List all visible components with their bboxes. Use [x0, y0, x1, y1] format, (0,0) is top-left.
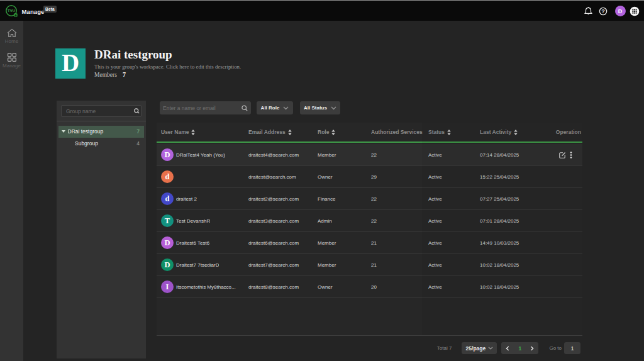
chevron-down-icon	[488, 347, 493, 350]
column-label: Status	[428, 129, 445, 135]
search-icon[interactable]	[242, 105, 248, 111]
next-page-button[interactable]	[526, 346, 539, 351]
role-select[interactable]: All Role	[257, 101, 293, 114]
current-page[interactable]: 1	[514, 345, 526, 352]
user-cell: d	[157, 170, 248, 183]
group-name: DRai testgroup	[68, 128, 137, 135]
table-body: DDRaiTest4 Yeah (You)draitest4@search.co…	[157, 144, 582, 298]
user-avatar: d	[161, 170, 174, 183]
edit-icon[interactable]	[558, 151, 566, 158]
caret-down-icon[interactable]	[62, 130, 65, 133]
user-cell: IItscometothis My8thacco...	[157, 280, 248, 293]
group-tree-item[interactable]: Subgroup 4	[58, 138, 144, 150]
user-name: draitest 2	[176, 196, 197, 202]
page-size-select[interactable]: 25/page	[462, 342, 497, 354]
column-header-operation: Operation	[553, 129, 582, 135]
panel-divider	[57, 121, 146, 121]
services-cell: 29	[371, 174, 428, 180]
search-icon[interactable]	[134, 108, 140, 114]
member-search-input[interactable]	[160, 105, 242, 111]
column-header-user-name[interactable]: User Name	[157, 129, 248, 135]
sort-icon[interactable]	[514, 130, 518, 135]
operation-cell	[553, 151, 582, 158]
logo-text: TVU	[8, 9, 15, 13]
members-count: 7	[123, 71, 126, 78]
chevron-down-icon	[331, 106, 336, 110]
services-cell: 22	[371, 196, 428, 202]
group-panel: DRai testgroup 7 Subgroup 4	[57, 101, 146, 358]
rail-item-home[interactable]: Home	[0, 28, 23, 44]
left-rail: Home Manage	[0, 21, 23, 361]
group-avatar-letter: D	[62, 48, 79, 77]
status-select[interactable]: All Status	[300, 101, 340, 114]
last-activity-cell: 10:02 18/04/2025	[479, 262, 553, 268]
user-avatar: D	[161, 236, 174, 249]
table-row[interactable]: DDRaiTest4 Yeah (You)draitest4@search.co…	[157, 144, 582, 166]
sort-icon[interactable]	[288, 130, 292, 135]
members-table: User NameEmail AddressRoleAuthorized Ser…	[157, 123, 582, 336]
group-name: Subgroup	[75, 140, 136, 147]
sort-icon[interactable]	[447, 130, 451, 135]
status-cell: Active	[428, 284, 479, 290]
email-cell: draitest@search.com	[248, 174, 318, 180]
tvu-logo-icon[interactable]: TVU	[5, 4, 18, 18]
role-cell: Member	[318, 262, 371, 268]
user-avatar: D	[161, 148, 174, 161]
status-cell: Active	[428, 196, 479, 202]
sort-icon[interactable]	[191, 130, 195, 135]
last-activity-cell: 07:01 28/04/2025	[479, 218, 553, 224]
members-label: Members	[94, 72, 117, 78]
status-cell: Active	[428, 262, 479, 268]
services-cell: 22	[371, 152, 428, 158]
table-row[interactable]: ddraitest@search.comOwner29Active15:22 2…	[157, 166, 582, 188]
column-label: Authorized Services	[371, 129, 423, 135]
user-cell: ddraitest 2	[157, 192, 248, 205]
apps-icon-graphic	[630, 6, 640, 16]
goto-page-input[interactable]: 1	[564, 342, 580, 354]
column-header-last-activity[interactable]: Last Activity	[479, 129, 553, 135]
pager: 1	[501, 342, 538, 354]
user-avatar[interactable]: D	[614, 1, 626, 21]
table-row[interactable]: DDraitest7 7tsediarDdraitest7@search.com…	[157, 254, 582, 276]
table-row[interactable]: DDraitest6 Test6draitest6@search.comMemb…	[157, 232, 582, 254]
apps-icon[interactable]	[629, 1, 640, 21]
group-search-input[interactable]	[62, 108, 134, 114]
email-cell: draitest8@search.com	[248, 284, 318, 290]
user-name: DRaiTest4 Yeah (You)	[176, 152, 225, 158]
rail-item-manage[interactable]: Manage	[0, 52, 23, 69]
user-name: Draitest6 Test6	[176, 240, 209, 246]
column-label: Email Address	[248, 129, 286, 135]
user-name: Test DevanshR	[176, 218, 210, 224]
group-avatar: D	[55, 48, 86, 79]
role-cell: Member	[318, 152, 371, 158]
column-header-email-address[interactable]: Email Address	[248, 129, 318, 135]
tvu-logo-graphic: TVU	[5, 4, 18, 18]
table-row[interactable]: IItscometothis My8thacco...draitest8@sea…	[157, 276, 582, 298]
user-avatar-letter: D	[615, 6, 626, 16]
user-cell: TTest DevanshR	[157, 214, 248, 227]
prev-page-button[interactable]	[502, 346, 514, 351]
user-cell: DDRaiTest4 Yeah (You)	[157, 148, 248, 161]
bell-icon[interactable]	[582, 1, 594, 21]
role-cell: Admin	[318, 218, 371, 224]
group-search-box	[61, 105, 142, 117]
group-title: DRai testgroup	[94, 48, 172, 60]
column-header-status[interactable]: Status	[428, 129, 479, 135]
services-cell: 21	[371, 240, 428, 246]
role-select-value: All Role	[261, 105, 280, 111]
group-description[interactable]: This is your group's workspace. Click he…	[94, 64, 241, 70]
last-activity-cell: 07:27 25/04/2025	[479, 196, 553, 202]
more-icon[interactable]	[570, 152, 572, 158]
table-row[interactable]: TTest DevanshRdraitest3@search.comAdmin2…	[157, 210, 582, 232]
sort-icon[interactable]	[331, 130, 335, 135]
svg-text:?: ?	[601, 8, 605, 14]
user-name: Itscometothis My8thacco...	[176, 284, 236, 290]
group-tree-item-selected[interactable]: DRai testgroup 7	[58, 126, 144, 138]
email-cell: draitest2@search.com	[248, 196, 318, 202]
rail-home-label: Home	[0, 38, 23, 44]
column-header-authorized-services: Authorized Services	[371, 129, 428, 135]
column-header-role[interactable]: Role	[318, 129, 371, 135]
help-icon[interactable]: ?	[597, 1, 609, 21]
table-row[interactable]: ddraitest 2draitest2@search.comFinance22…	[157, 188, 582, 210]
group-count: 7	[136, 128, 140, 135]
